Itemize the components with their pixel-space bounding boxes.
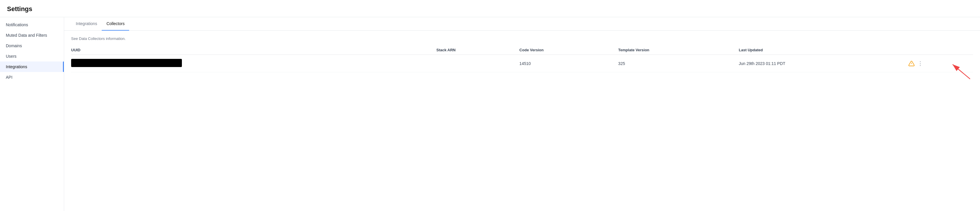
- sidebar-item-muted-data[interactable]: Muted Data and Filters: [0, 30, 64, 41]
- page-title: Settings: [7, 5, 973, 13]
- sidebar-item-users[interactable]: Users: [0, 51, 64, 62]
- cell-uuid: [71, 55, 433, 72]
- sidebar-item-label: Integrations: [6, 64, 27, 69]
- table-header-row: UUID Stack ARN Code Version Template Ver…: [71, 46, 973, 55]
- warning-icon[interactable]: [908, 60, 915, 67]
- table-wrapper: UUID Stack ARN Code Version Template Ver…: [71, 46, 973, 72]
- sidebar-item-notifications[interactable]: Notifications: [0, 19, 64, 30]
- table-row: 14510 325 Jun 29th 2023 01:11 PDT: [71, 55, 973, 72]
- sidebar: Notifications Muted Data and Filters Dom…: [0, 17, 64, 211]
- cell-last-updated: Jun 29th 2023 01:11 PDT: [735, 55, 905, 72]
- sidebar-item-label: API: [6, 75, 13, 79]
- col-header-template-version: Template Version: [615, 46, 735, 55]
- cell-template-version: 325: [615, 55, 735, 72]
- col-header-stack-arn: Stack ARN: [433, 46, 516, 55]
- layout: Notifications Muted Data and Filters Dom…: [0, 17, 980, 211]
- page-header: Settings: [0, 0, 980, 17]
- sidebar-item-integrations[interactable]: Integrations: [0, 62, 64, 72]
- sidebar-item-domains[interactable]: Domains: [0, 41, 64, 51]
- sidebar-item-label: Notifications: [6, 22, 28, 27]
- col-header-actions: [905, 46, 973, 55]
- content-area: See Data Collectors information. UUID St…: [64, 30, 980, 78]
- actions-container: ⋮: [908, 60, 969, 67]
- col-header-code-version: Code Version: [516, 46, 615, 55]
- main-content: Integrations Collectors See Data Collect…: [64, 17, 980, 211]
- uuid-value: [71, 59, 182, 67]
- cell-actions: ⋮: [905, 55, 973, 72]
- tab-bar: Integrations Collectors: [64, 17, 980, 30]
- cell-stack-arn: [433, 55, 516, 72]
- sidebar-item-api[interactable]: API: [0, 72, 64, 82]
- col-header-uuid: UUID: [71, 46, 433, 55]
- info-link[interactable]: See Data Collectors information.: [71, 36, 973, 41]
- sidebar-item-label: Domains: [6, 43, 22, 48]
- sidebar-item-label: Muted Data and Filters: [6, 33, 47, 38]
- more-options-icon[interactable]: ⋮: [918, 61, 923, 66]
- cell-code-version: 14510: [516, 55, 615, 72]
- tab-integrations[interactable]: Integrations: [71, 17, 102, 30]
- collectors-table: UUID Stack ARN Code Version Template Ver…: [71, 46, 973, 72]
- sidebar-item-label: Users: [6, 54, 17, 59]
- col-header-last-updated: Last Updated: [735, 46, 905, 55]
- tab-collectors[interactable]: Collectors: [102, 17, 129, 30]
